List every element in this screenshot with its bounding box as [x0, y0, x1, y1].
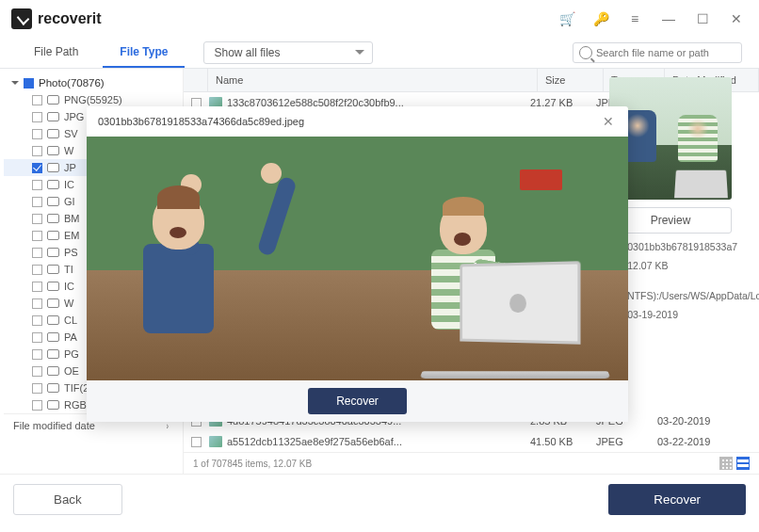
modal-header: 0301bb3b6781918533a74366da5c89ed.jpeg ✕: [87, 106, 628, 137]
folder-icon: [47, 112, 59, 121]
table-row[interactable]: a5512dcb11325ae8e9f275a56eb6af...41.50 K…: [184, 431, 759, 452]
tree-root[interactable]: Photo(70876): [4, 74, 179, 91]
folder-icon: [47, 366, 59, 376]
tree-label: TI: [64, 264, 73, 275]
checkbox[interactable]: [32, 332, 42, 343]
folder-icon: [47, 180, 59, 189]
tab-file-type[interactable]: File Type: [103, 38, 185, 68]
checkbox[interactable]: [32, 231, 42, 241]
folder-icon: [47, 265, 59, 274]
preview-modal: 0301bb3b6781918533a74366da5c89ed.jpeg ✕ …: [87, 106, 628, 422]
thumbnail-icon: [209, 436, 222, 447]
tree-label: PA: [64, 331, 77, 343]
meta-filename: 0301bb3b6781918533a7: [627, 241, 737, 252]
file-metadata: e: 0301bb3b6781918533a7 e: 12.07 KB h: C…: [609, 241, 748, 328]
tree-label: SV: [64, 128, 78, 139]
checkbox[interactable]: [32, 197, 42, 207]
checkbox[interactable]: [32, 400, 42, 411]
tree-label: PNG(55925): [64, 94, 122, 105]
tree-label: W: [64, 298, 73, 309]
folder-icon: [47, 95, 59, 105]
minimize-icon[interactable]: —: [657, 8, 680, 30]
close-icon[interactable]: ✕: [725, 8, 748, 30]
folder-icon: [47, 129, 59, 138]
view-toggle: [719, 457, 750, 470]
back-button[interactable]: Back: [13, 484, 122, 515]
modal-footer: Recover: [87, 380, 628, 422]
meta-path: C(NTFS):/Users/WS/AppData/Loca...: [617, 290, 759, 301]
tree-label: PS: [64, 247, 78, 258]
tree-label: CL: [64, 314, 77, 326]
row-checkbox[interactable]: [191, 437, 202, 447]
checkbox[interactable]: [32, 298, 42, 309]
checkbox[interactable]: [32, 248, 42, 258]
titlebar: recoverit 🛒 🔑 ≡ — ☐ ✕: [0, 0, 759, 38]
folder-icon: [47, 349, 59, 359]
checkbox[interactable]: [32, 180, 42, 190]
folder-icon: [47, 231, 59, 240]
tree-label: OE: [64, 365, 79, 377]
app-logo: recoverit: [11, 8, 102, 29]
folder-icon: [47, 197, 59, 206]
checkbox[interactable]: [32, 95, 42, 105]
checkbox[interactable]: [32, 315, 42, 326]
modal-title: 0301bb3b6781918533a74366da5c89ed.jpeg: [98, 116, 304, 127]
tree-root-label: Photo(70876): [39, 77, 105, 89]
meta-size: 12.07 KB: [627, 260, 668, 271]
tree-label: EM: [64, 230, 80, 241]
folder-icon: [47, 214, 59, 223]
checkbox[interactable]: [32, 163, 42, 173]
tree-label: JPG: [64, 111, 84, 122]
logo-mark-icon: [11, 8, 32, 29]
recover-button[interactable]: Recover: [608, 484, 746, 515]
checkbox[interactable]: [32, 146, 42, 156]
folder-icon: [47, 298, 59, 308]
th-name[interactable]: Name: [208, 69, 538, 91]
show-all-dropdown[interactable]: Show all files: [203, 41, 373, 64]
hamburger-icon[interactable]: ≡: [623, 8, 646, 30]
cart-icon[interactable]: 🛒: [556, 8, 578, 30]
folder-icon: [47, 383, 59, 393]
modal-close-icon[interactable]: ✕: [600, 113, 617, 130]
maximize-icon[interactable]: ☐: [691, 8, 714, 30]
checkbox-root[interactable]: [24, 78, 34, 89]
meta-date: 03-19-2019: [627, 309, 678, 320]
status-text: 1 of 707845 items, 12.07 KB: [193, 459, 312, 469]
checkbox[interactable]: [32, 383, 42, 394]
tab-bar: File Path File Type Show all files: [0, 38, 759, 69]
modal-recover-button[interactable]: Recover: [308, 388, 407, 414]
checkbox[interactable]: [32, 366, 42, 377]
folder-icon: [47, 332, 59, 342]
status-bar: 1 of 707845 items, 12.07 KB: [184, 452, 759, 474]
tab-file-path[interactable]: File Path: [17, 38, 95, 68]
tree-label: PG: [64, 348, 79, 360]
list-view-icon[interactable]: [736, 457, 750, 470]
checkbox[interactable]: [32, 265, 42, 275]
folder-icon: [47, 400, 59, 410]
bottom-bar: Back Recover: [0, 474, 759, 524]
tree-label: IC: [64, 179, 74, 190]
tree-label: W: [64, 145, 73, 156]
modal-image: [87, 137, 628, 380]
grid-view-icon[interactable]: [719, 457, 733, 470]
key-icon[interactable]: 🔑: [589, 8, 612, 30]
tree-label: IC: [64, 281, 74, 292]
folder-icon: [47, 146, 59, 155]
folder-icon: [47, 282, 59, 291]
search-icon: [579, 46, 592, 59]
caret-down-icon: [11, 81, 19, 89]
checkbox[interactable]: [32, 349, 42, 360]
checkbox[interactable]: [32, 129, 42, 139]
folder-icon: [47, 163, 59, 172]
checkbox[interactable]: [32, 214, 42, 224]
filter-bar: Show all files: [203, 41, 742, 64]
checkbox[interactable]: [32, 112, 42, 122]
app-name: recoverit: [38, 10, 102, 27]
search-input[interactable]: [596, 47, 735, 58]
search-field[interactable]: [573, 42, 742, 63]
titlebar-controls: 🛒 🔑 ≡ — ☐ ✕: [556, 8, 748, 30]
th-size[interactable]: Size: [538, 69, 604, 91]
checkbox[interactable]: [32, 282, 42, 292]
tree-label: BM: [64, 213, 80, 224]
tree-label: GI: [64, 196, 75, 207]
